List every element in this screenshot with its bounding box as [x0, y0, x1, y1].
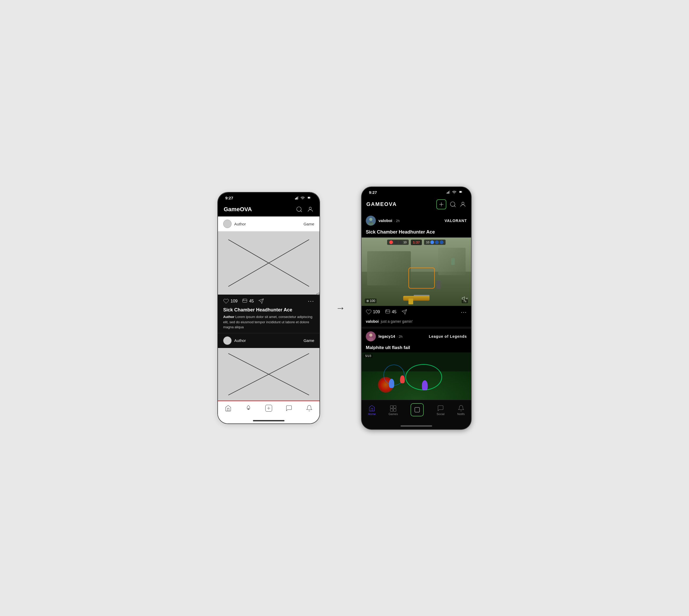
nav-home-wf[interactable] — [225, 405, 232, 412]
chat-icon-wf — [285, 405, 293, 412]
svg-marker-37 — [462, 297, 465, 300]
time-right: 9:27 — [369, 190, 377, 195]
nav-notifs-actual[interactable]: Notifs — [457, 405, 465, 416]
add-icon-header — [438, 201, 445, 208]
post2-title: Malphite ult flash fail — [366, 345, 467, 350]
share-btn[interactable] — [401, 309, 407, 315]
profile-icon-right[interactable] — [459, 201, 466, 208]
comment-btn[interactable]: 45 — [385, 309, 396, 315]
fire-icon-wf — [245, 405, 252, 412]
footer-avatar — [223, 336, 232, 345]
first-post-game: Game — [303, 222, 314, 226]
lol-screenshot: 5/1/3 — [362, 352, 471, 400]
share-action[interactable] — [258, 298, 264, 304]
val-gun-body — [403, 296, 430, 301]
nav-notifs-wf[interactable] — [306, 405, 313, 412]
add-icon-nav — [414, 406, 420, 413]
svg-rect-28 — [459, 191, 461, 193]
val-weapon — [401, 285, 432, 301]
post2-header: legacy14 · 2h League of Legends — [362, 329, 471, 344]
score-dot-3 — [399, 240, 403, 244]
post2-time: · 2h — [397, 334, 403, 338]
val-character2 — [451, 258, 455, 265]
arrow: → — [336, 303, 345, 313]
like-count: 109 — [231, 299, 238, 304]
svg-rect-2 — [297, 197, 297, 199]
like-action[interactable]: 109 — [223, 298, 238, 304]
post2-game-tag: League of Legends — [429, 334, 467, 338]
svg-point-33 — [462, 202, 464, 204]
games-icon-actual — [390, 405, 396, 412]
svg-rect-0 — [295, 198, 296, 199]
search-icon-right[interactable] — [450, 201, 456, 208]
post1-header: valoboi · 2h VALORANT — [362, 213, 471, 228]
wifi-icon-right — [452, 190, 456, 194]
add-post-button[interactable] — [436, 199, 446, 210]
svg-rect-3 — [298, 196, 298, 199]
lol-score: 5/1/3 — [365, 355, 371, 357]
nav-social-label: Social — [437, 413, 445, 416]
nav-add-actual[interactable] — [411, 403, 424, 417]
comment-action[interactable]: 45 — [242, 298, 254, 304]
left-phone: 9:27 GameOVA Author Game — [217, 192, 320, 424]
nav-games-actual[interactable]: Games — [388, 405, 398, 416]
post-footer-wf: Author Game — [218, 333, 320, 348]
svg-rect-26 — [449, 191, 450, 194]
footer-author-name: Author — [234, 338, 246, 343]
svg-rect-49 — [393, 405, 396, 408]
wifi-icon — [301, 196, 305, 200]
left-app-title: GameOVA — [224, 206, 252, 213]
svg-line-7 — [301, 211, 302, 212]
home-icon-actual — [368, 405, 375, 412]
footer-game: Game — [303, 338, 314, 343]
valorant-screenshot: 10 1:37 10 ⊕ 100 7s — [362, 238, 471, 306]
svg-line-32 — [454, 206, 456, 207]
post-title-wf: Sick Chamber Headhunter Ace — [223, 307, 314, 313]
svg-point-8 — [309, 207, 311, 210]
post2-title-row: Malphite ult flash fail — [362, 344, 471, 352]
footer-author: Author — [223, 336, 246, 345]
post1-time: · 2h — [394, 219, 400, 223]
profile-icon-left[interactable] — [307, 206, 314, 213]
nav-social-actual[interactable]: Social — [437, 405, 445, 416]
post1-title: Sick Chamber Headhunter Ace — [366, 229, 467, 235]
status-icons-right — [446, 190, 464, 194]
post-more-btn[interactable]: ··· — [461, 309, 467, 315]
status-bar-right: 9:27 — [362, 187, 471, 197]
nav-trending-wf[interactable] — [245, 405, 252, 412]
svg-rect-25 — [449, 191, 449, 194]
post1-caption: valoboi just a gamer gamin' — [362, 317, 471, 327]
home-indicator-wf — [218, 418, 320, 423]
nav-messages-wf[interactable] — [285, 405, 293, 412]
post1-author-details: valoboi · 2h — [379, 218, 400, 223]
svg-point-46 — [369, 333, 372, 337]
nav-home-actual[interactable]: Home — [368, 405, 375, 416]
lol-champion1 — [389, 379, 394, 388]
nav-add-button[interactable] — [411, 403, 424, 416]
svg-rect-14 — [242, 299, 247, 303]
status-bar-left: 9:27 — [218, 193, 320, 202]
action-row: 109 45 ··· — [223, 298, 314, 305]
desc-author-bold: Author — [223, 315, 235, 319]
post1-author-name: valoboi — [379, 218, 392, 223]
wireframe-x-icon — [218, 232, 320, 294]
like-btn[interactable]: 109 — [366, 309, 380, 315]
lol-champion3 — [422, 380, 428, 390]
score-dot-1 — [389, 240, 393, 244]
nav-add-wf[interactable] — [265, 405, 272, 412]
heart-icon — [366, 309, 372, 315]
val-health: ⊕ 100 — [365, 299, 376, 303]
val-timer: 1:37 — [411, 240, 422, 245]
legacy14-avatar-icon — [366, 331, 376, 342]
add-icon-wf — [265, 405, 272, 412]
left-header-icons — [296, 206, 314, 213]
val-score-dots-right — [430, 240, 444, 244]
svg-rect-51 — [393, 409, 396, 411]
app-header-right: GAMEOVA — [362, 197, 471, 213]
val-score-right: 10 — [424, 240, 446, 245]
caption-text: just a gamer gamin' — [381, 319, 413, 324]
mute-icon-actual[interactable] — [461, 295, 468, 303]
post-desc-wf: Author Lorem ipsum dolor sit amet, conse… — [223, 314, 314, 330]
search-icon-left[interactable] — [296, 206, 303, 213]
more-button[interactable]: ··· — [308, 298, 314, 305]
